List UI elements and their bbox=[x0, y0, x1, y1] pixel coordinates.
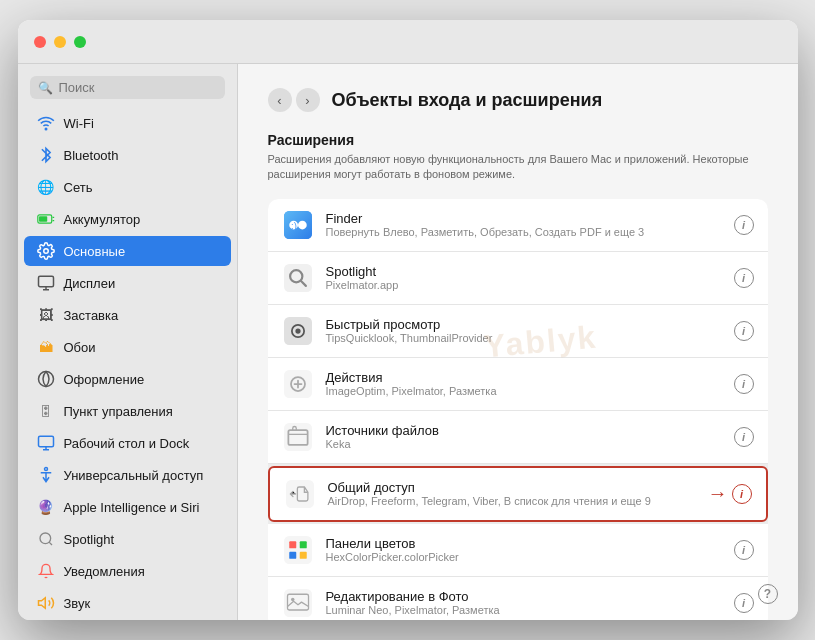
sidebar-item-label: Универсальный доступ bbox=[64, 468, 204, 483]
filesources-sub: Keka bbox=[326, 438, 722, 450]
sidebar-item-screensaver[interactable]: 🖼 Заставка bbox=[24, 300, 231, 330]
quicklook-info-button[interactable]: i bbox=[734, 321, 754, 341]
svg-rect-33 bbox=[284, 536, 312, 564]
search-input[interactable] bbox=[59, 80, 217, 95]
finder-icon: :) bbox=[282, 209, 314, 241]
colorpickers-info-button[interactable]: i bbox=[734, 540, 754, 560]
sidebar-item-label: Рабочий стол и Dock bbox=[64, 436, 190, 451]
sidebar-item-display[interactable]: Дисплеи bbox=[24, 268, 231, 298]
extensions-list: :) Finder Повернуть Влево, Разметить, О bbox=[268, 199, 768, 620]
sidebar-item-desktop[interactable]: Рабочий стол и Dock bbox=[24, 428, 231, 458]
quicklook-info: Быстрый просмотр TipsQuicklook, Thumbnai… bbox=[326, 317, 722, 344]
sidebar-item-wallpaper[interactable]: 🏔 Обои bbox=[24, 332, 231, 362]
svg-line-15 bbox=[49, 542, 52, 545]
display-icon bbox=[36, 273, 56, 293]
sidebar-item-label: Аккумулятор bbox=[64, 212, 141, 227]
actions-info: Действия ImageOptim, Pixelmator, Разметк… bbox=[326, 370, 722, 397]
svg-point-20 bbox=[298, 220, 307, 229]
svg-marker-16 bbox=[38, 598, 45, 609]
svg-rect-22 bbox=[284, 264, 312, 292]
forward-button[interactable]: › bbox=[296, 88, 320, 112]
sidebar-item-network[interactable]: 🌐 Сеть bbox=[24, 172, 231, 202]
photoedit-info-button[interactable]: i bbox=[734, 593, 754, 613]
svg-rect-36 bbox=[289, 552, 296, 559]
svg-rect-38 bbox=[284, 589, 312, 617]
colorpickers-sub: HexColorPicker.colorPicker bbox=[326, 551, 722, 563]
quicklook-name: Быстрый просмотр bbox=[326, 317, 722, 332]
spotlight-info: Spotlight Pixelmator.app bbox=[326, 264, 722, 291]
sidebar-item-label: Основные bbox=[64, 244, 126, 259]
sidebar-item-label: Звук bbox=[64, 596, 91, 611]
extension-colorpickers: Панели цветов HexColorPicker.colorPicker… bbox=[268, 524, 768, 577]
sidebar-item-control[interactable]: 🎛 Пункт управления bbox=[24, 396, 231, 426]
extension-photoedit: Редактирование в Фото Luminar Neo, Pixel… bbox=[268, 577, 768, 620]
finder-name: Finder bbox=[326, 211, 722, 226]
svg-rect-6 bbox=[38, 276, 53, 287]
sidebar-item-label: Apple Intelligence и Siri bbox=[64, 500, 200, 515]
actions-icon bbox=[282, 368, 314, 400]
actions-info-button[interactable]: i bbox=[734, 374, 754, 394]
finder-sub: Повернуть Влево, Разметить, Обрезать, Со… bbox=[326, 226, 722, 238]
appearance-icon bbox=[36, 369, 56, 389]
svg-point-27 bbox=[295, 328, 300, 333]
spotlight-name: Spotlight bbox=[326, 264, 722, 279]
close-button[interactable] bbox=[34, 36, 46, 48]
filesources-info-button[interactable]: i bbox=[734, 427, 754, 447]
photoedit-sub: Luminar Neo, Pixelmator, Разметка bbox=[326, 604, 722, 616]
section-desc: Расширения добавляют новую функционально… bbox=[268, 152, 768, 183]
extension-filesources: Источники файлов Keka i bbox=[268, 411, 768, 464]
sidebar-item-label: Уведомления bbox=[64, 564, 145, 579]
photoedit-icon bbox=[282, 587, 314, 619]
sidebar-item-label: Оформление bbox=[64, 372, 145, 387]
main-content: ‹ › Объекты входа и расширения Расширени… bbox=[238, 64, 798, 620]
sidebar-item-battery[interactable]: Аккумулятор bbox=[24, 204, 231, 234]
sidebar-item-accessibility[interactable]: Универсальный доступ bbox=[24, 460, 231, 490]
sidebar-item-label: Обои bbox=[64, 340, 96, 355]
extension-quicklook: Быстрый просмотр TipsQuicklook, Thumbnai… bbox=[268, 305, 768, 358]
spotlight-info-button[interactable]: i bbox=[734, 268, 754, 288]
back-button[interactable]: ‹ bbox=[268, 88, 292, 112]
spotlight-sub: Pixelmator.app bbox=[326, 279, 722, 291]
sidebar-item-label: Wi-Fi bbox=[64, 116, 94, 131]
sidebar-item-sound[interactable]: Звук bbox=[24, 588, 231, 618]
wallpaper-icon: 🏔 bbox=[36, 337, 56, 357]
colorpickers-info: Панели цветов HexColorPicker.colorPicker bbox=[326, 536, 722, 563]
actions-sub: ImageOptim, Pixelmator, Разметка bbox=[326, 385, 722, 397]
svg-point-5 bbox=[43, 249, 48, 254]
page-title: Объекты входа и расширения bbox=[332, 90, 603, 111]
sidebar-item-bluetooth[interactable]: Bluetooth bbox=[24, 140, 231, 170]
finder-info-button[interactable]: i bbox=[734, 215, 754, 235]
help-button[interactable]: ? bbox=[758, 584, 778, 604]
maximize-button[interactable] bbox=[74, 36, 86, 48]
bluetooth-icon bbox=[36, 145, 56, 165]
sharing-sub: AirDrop, Freeform, Telegram, Viber, В сп… bbox=[328, 495, 696, 507]
photoedit-name: Редактирование в Фото bbox=[326, 589, 722, 604]
sidebar-item-spotlight[interactable]: Spotlight bbox=[24, 524, 231, 554]
extension-sharing: Общий доступ AirDrop, Freeform, Telegram… bbox=[268, 466, 768, 522]
sidebar-item-label: Дисплеи bbox=[64, 276, 116, 291]
sidebar-item-siri[interactable]: 🔮 Apple Intelligence и Siri bbox=[24, 492, 231, 522]
desktop-icon bbox=[36, 433, 56, 453]
sidebar-item-label: Сеть bbox=[64, 180, 93, 195]
minimize-button[interactable] bbox=[54, 36, 66, 48]
main-window: 🔍 Wi-Fi bbox=[18, 20, 798, 620]
siri-icon: 🔮 bbox=[36, 497, 56, 517]
search-box[interactable]: 🔍 bbox=[30, 76, 225, 99]
svg-text::): :) bbox=[291, 220, 297, 231]
photoedit-info: Редактирование в Фото Luminar Neo, Pixel… bbox=[326, 589, 722, 616]
sidebar-item-appearance[interactable]: Оформление bbox=[24, 364, 231, 394]
svg-rect-34 bbox=[289, 541, 296, 548]
spotlight-ext-icon bbox=[282, 262, 314, 294]
section-title: Расширения bbox=[268, 132, 768, 148]
sound-icon bbox=[36, 593, 56, 613]
filesources-info: Источники файлов Keka bbox=[326, 423, 722, 450]
sidebar-item-notifications[interactable]: Уведомления bbox=[24, 556, 231, 586]
sidebar-item-general[interactable]: Основные bbox=[24, 236, 231, 266]
sharing-info-button[interactable]: i bbox=[732, 484, 752, 504]
battery-icon bbox=[36, 209, 56, 229]
sidebar-item-wifi[interactable]: Wi-Fi bbox=[24, 108, 231, 138]
control-icon: 🎛 bbox=[36, 401, 56, 421]
filesources-name: Источники файлов bbox=[326, 423, 722, 438]
svg-rect-35 bbox=[299, 541, 306, 548]
svg-point-14 bbox=[40, 533, 51, 544]
